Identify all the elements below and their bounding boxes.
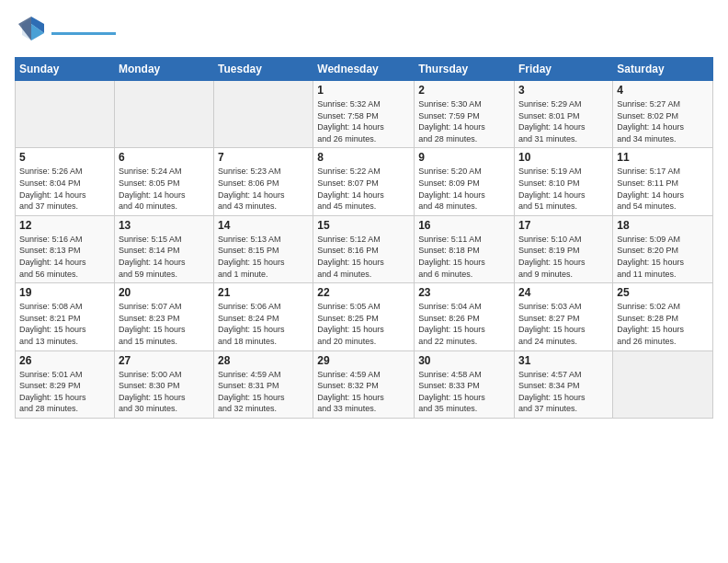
day-info: Sunrise: 5:13 AM Sunset: 8:15 PM Dayligh…	[218, 234, 309, 280]
calendar-cell: 4Sunrise: 5:27 AM Sunset: 8:02 PM Daylig…	[613, 81, 713, 148]
day-info: Sunrise: 5:15 AM Sunset: 8:14 PM Dayligh…	[119, 234, 210, 280]
day-info: Sunrise: 5:02 AM Sunset: 8:28 PM Dayligh…	[617, 301, 709, 347]
day-number: 23	[418, 286, 510, 299]
day-number: 14	[218, 219, 309, 232]
day-number: 5	[19, 151, 110, 164]
col-header-wednesday: Wednesday	[313, 58, 415, 81]
day-number: 8	[317, 151, 410, 164]
day-info: Sunrise: 5:16 AM Sunset: 8:13 PM Dayligh…	[19, 234, 110, 280]
day-number: 17	[518, 219, 609, 232]
calendar-cell: 22Sunrise: 5:05 AM Sunset: 8:25 PM Dayli…	[313, 283, 415, 350]
day-info: Sunrise: 5:17 AM Sunset: 8:11 PM Dayligh…	[617, 166, 709, 212]
day-info: Sunrise: 5:19 AM Sunset: 8:10 PM Dayligh…	[518, 166, 609, 212]
day-info: Sunrise: 4:58 AM Sunset: 8:33 PM Dayligh…	[418, 369, 510, 415]
calendar-cell: 9Sunrise: 5:20 AM Sunset: 8:09 PM Daylig…	[415, 148, 515, 215]
day-number: 9	[418, 151, 510, 164]
day-info: Sunrise: 5:29 AM Sunset: 8:01 PM Dayligh…	[518, 98, 609, 144]
calendar-week-5: 26Sunrise: 5:01 AM Sunset: 8:29 PM Dayli…	[16, 350, 713, 418]
day-info: Sunrise: 5:32 AM Sunset: 7:58 PM Dayligh…	[317, 98, 410, 144]
day-info: Sunrise: 5:10 AM Sunset: 8:19 PM Dayligh…	[518, 234, 609, 280]
calendar-cell: 11Sunrise: 5:17 AM Sunset: 8:11 PM Dayli…	[613, 148, 713, 215]
calendar-cell: 29Sunrise: 4:59 AM Sunset: 8:32 PM Dayli…	[313, 350, 415, 418]
calendar-week-2: 5Sunrise: 5:26 AM Sunset: 8:04 PM Daylig…	[16, 148, 713, 215]
day-number: 16	[418, 219, 510, 232]
day-number: 10	[518, 151, 609, 164]
day-number: 20	[119, 286, 210, 299]
logo-icon	[15, 15, 50, 50]
calendar-cell	[114, 81, 213, 148]
day-number: 27	[119, 354, 210, 367]
calendar-cell: 27Sunrise: 5:00 AM Sunset: 8:30 PM Dayli…	[114, 350, 213, 418]
day-info: Sunrise: 5:23 AM Sunset: 8:06 PM Dayligh…	[218, 166, 309, 212]
day-number: 7	[218, 151, 309, 164]
day-number: 15	[317, 219, 410, 232]
calendar-cell: 7Sunrise: 5:23 AM Sunset: 8:06 PM Daylig…	[214, 148, 313, 215]
calendar-cell: 28Sunrise: 4:59 AM Sunset: 8:31 PM Dayli…	[214, 350, 313, 418]
day-number: 1	[317, 84, 410, 97]
calendar-week-4: 19Sunrise: 5:08 AM Sunset: 8:21 PM Dayli…	[16, 283, 713, 350]
day-number: 12	[19, 219, 110, 232]
col-header-thursday: Thursday	[415, 58, 515, 81]
day-info: Sunrise: 5:26 AM Sunset: 8:04 PM Dayligh…	[19, 166, 110, 212]
calendar-cell: 16Sunrise: 5:11 AM Sunset: 8:18 PM Dayli…	[415, 215, 515, 282]
day-number: 26	[19, 354, 110, 367]
day-info: Sunrise: 5:30 AM Sunset: 7:59 PM Dayligh…	[418, 98, 510, 144]
col-header-friday: Friday	[515, 58, 613, 81]
calendar-table: SundayMondayTuesdayWednesdayThursdayFrid…	[15, 57, 713, 419]
day-number: 28	[218, 354, 309, 367]
day-number: 6	[119, 151, 210, 164]
logo	[15, 15, 116, 50]
header	[15, 15, 713, 50]
calendar-cell	[613, 350, 713, 418]
day-info: Sunrise: 5:01 AM Sunset: 8:29 PM Dayligh…	[19, 369, 110, 415]
day-number: 21	[218, 286, 309, 299]
day-number: 3	[518, 84, 609, 97]
day-number: 31	[518, 354, 609, 367]
day-info: Sunrise: 5:11 AM Sunset: 8:18 PM Dayligh…	[418, 234, 510, 280]
calendar-cell: 18Sunrise: 5:09 AM Sunset: 8:20 PM Dayli…	[613, 215, 713, 282]
day-info: Sunrise: 5:00 AM Sunset: 8:30 PM Dayligh…	[119, 369, 210, 415]
calendar-cell: 20Sunrise: 5:07 AM Sunset: 8:23 PM Dayli…	[114, 283, 213, 350]
day-number: 18	[617, 219, 709, 232]
day-info: Sunrise: 5:04 AM Sunset: 8:26 PM Dayligh…	[418, 301, 510, 347]
day-number: 4	[617, 84, 709, 97]
calendar-cell: 26Sunrise: 5:01 AM Sunset: 8:29 PM Dayli…	[16, 350, 115, 418]
day-info: Sunrise: 4:59 AM Sunset: 8:32 PM Dayligh…	[317, 369, 410, 415]
svg-marker-3	[18, 17, 31, 40]
calendar-cell: 10Sunrise: 5:19 AM Sunset: 8:10 PM Dayli…	[515, 148, 613, 215]
calendar-week-3: 12Sunrise: 5:16 AM Sunset: 8:13 PM Dayli…	[16, 215, 713, 282]
logo-underline	[51, 32, 116, 35]
day-number: 2	[418, 84, 510, 97]
col-header-tuesday: Tuesday	[214, 58, 313, 81]
calendar-cell: 24Sunrise: 5:03 AM Sunset: 8:27 PM Dayli…	[515, 283, 613, 350]
calendar-cell: 1Sunrise: 5:32 AM Sunset: 7:58 PM Daylig…	[313, 81, 415, 148]
day-info: Sunrise: 5:03 AM Sunset: 8:27 PM Dayligh…	[518, 301, 609, 347]
day-info: Sunrise: 5:07 AM Sunset: 8:23 PM Dayligh…	[119, 301, 210, 347]
calendar-header-row: SundayMondayTuesdayWednesdayThursdayFrid…	[16, 58, 713, 81]
calendar-cell: 30Sunrise: 4:58 AM Sunset: 8:33 PM Dayli…	[415, 350, 515, 418]
page: SundayMondayTuesdayWednesdayThursdayFrid…	[0, 0, 728, 426]
calendar-cell	[214, 81, 313, 148]
day-info: Sunrise: 5:06 AM Sunset: 8:24 PM Dayligh…	[218, 301, 309, 347]
calendar-cell: 31Sunrise: 4:57 AM Sunset: 8:34 PM Dayli…	[515, 350, 613, 418]
day-info: Sunrise: 5:27 AM Sunset: 8:02 PM Dayligh…	[617, 98, 709, 144]
col-header-monday: Monday	[114, 58, 213, 81]
calendar-cell: 25Sunrise: 5:02 AM Sunset: 8:28 PM Dayli…	[613, 283, 713, 350]
col-header-sunday: Sunday	[16, 58, 115, 81]
day-info: Sunrise: 5:20 AM Sunset: 8:09 PM Dayligh…	[418, 166, 510, 212]
day-number: 19	[19, 286, 110, 299]
calendar-cell: 17Sunrise: 5:10 AM Sunset: 8:19 PM Dayli…	[515, 215, 613, 282]
day-info: Sunrise: 5:05 AM Sunset: 8:25 PM Dayligh…	[317, 301, 410, 347]
calendar-cell: 13Sunrise: 5:15 AM Sunset: 8:14 PM Dayli…	[114, 215, 213, 282]
calendar-cell: 21Sunrise: 5:06 AM Sunset: 8:24 PM Dayli…	[214, 283, 313, 350]
day-number: 29	[317, 354, 410, 367]
day-number: 22	[317, 286, 410, 299]
day-number: 24	[518, 286, 609, 299]
calendar-cell: 3Sunrise: 5:29 AM Sunset: 8:01 PM Daylig…	[515, 81, 613, 148]
day-info: Sunrise: 4:59 AM Sunset: 8:31 PM Dayligh…	[218, 369, 309, 415]
day-number: 11	[617, 151, 709, 164]
day-info: Sunrise: 5:22 AM Sunset: 8:07 PM Dayligh…	[317, 166, 410, 212]
day-number: 13	[119, 219, 210, 232]
day-info: Sunrise: 5:09 AM Sunset: 8:20 PM Dayligh…	[617, 234, 709, 280]
calendar-cell: 6Sunrise: 5:24 AM Sunset: 8:05 PM Daylig…	[114, 148, 213, 215]
